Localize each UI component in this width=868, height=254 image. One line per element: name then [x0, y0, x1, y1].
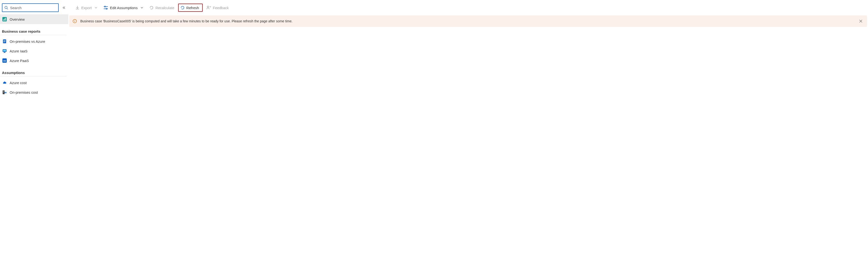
sidebar-item-azure-paas[interactable]: DB Azure PaaS [0, 56, 68, 65]
svg-text:DB: DB [3, 60, 6, 62]
svg-point-28 [207, 6, 209, 7]
svg-point-27 [106, 8, 107, 9]
sidebar-item-label: Overview [10, 17, 25, 21]
recalculate-label: Recalculate [155, 6, 174, 10]
sidebar-item-label: Azure PaaS [10, 59, 29, 63]
download-icon [75, 6, 79, 10]
svg-rect-12 [4, 52, 5, 53]
sidebar-item-onprem-cost[interactable]: On-premises cost [0, 88, 68, 97]
svg-rect-9 [4, 42, 5, 42]
chevron-double-left-icon [62, 6, 66, 9]
svg-point-31 [74, 20, 75, 21]
search-input[interactable] [10, 5, 56, 10]
feedback-icon [207, 5, 211, 10]
cloud-icon [2, 81, 7, 85]
export-button[interactable]: Export [73, 4, 100, 12]
search-box[interactable] [2, 3, 59, 12]
reports-list: On-premises vs Azure Azure IaaS [0, 36, 68, 65]
svg-point-25 [104, 6, 106, 7]
svg-point-0 [5, 6, 7, 9]
app-root: Overview Business case reports On-premis… [0, 0, 868, 254]
sidebar-item-azure-cost[interactable]: Azure cost [0, 78, 68, 88]
sidebar-item-onprem-vs-azure[interactable]: On-premises vs Azure [0, 36, 68, 46]
export-label: Export [81, 6, 92, 10]
close-icon [859, 20, 863, 23]
chevron-down-icon [94, 6, 97, 9]
toolbar: Export Edit Assumptions [68, 2, 868, 13]
sidebar-item-label: On-premises cost [10, 90, 38, 94]
chevron-down-icon [141, 6, 143, 9]
sidebar: Overview Business case reports On-premis… [0, 0, 68, 254]
document-icon [2, 39, 7, 43]
sidebar-item-label: On-premises vs Azure [10, 39, 45, 43]
section-title-reports: Business case reports [0, 24, 66, 35]
database-icon: DB [2, 58, 7, 63]
overview-icon [2, 17, 7, 21]
feedback-label: Feedback [213, 6, 229, 10]
svg-rect-21 [5, 93, 6, 93]
sidebar-item-overview[interactable]: Overview [0, 14, 68, 24]
svg-rect-13 [4, 53, 5, 53]
info-message-bar: Business case 'BusinessCase005' is being… [69, 15, 867, 27]
svg-rect-4 [4, 19, 5, 21]
svg-rect-7 [4, 40, 5, 41]
svg-rect-8 [4, 41, 5, 41]
svg-rect-5 [5, 18, 6, 21]
server-cost-icon [2, 90, 7, 94]
svg-rect-3 [3, 20, 4, 21]
sliders-icon [104, 5, 108, 10]
edit-assumptions-label: Edit Assumptions [110, 6, 137, 10]
monitor-icon [2, 49, 7, 53]
search-icon [4, 6, 8, 10]
recalculate-button[interactable]: Recalculate [147, 4, 177, 12]
assumptions-list: Azure cost On-premises cost [0, 78, 68, 97]
sidebar-item-azure-iaas[interactable]: Azure IaaS [0, 46, 68, 56]
sidebar-item-label: Azure IaaS [10, 49, 27, 53]
section-title-assumptions: Assumptions [0, 65, 66, 76]
collapse-sidebar-button[interactable] [61, 4, 67, 11]
svg-rect-19 [3, 92, 4, 93]
search-row [0, 3, 68, 12]
message-text: Business case 'BusinessCase005' is being… [80, 19, 855, 23]
main-pane: Export Edit Assumptions [68, 0, 868, 254]
edit-assumptions-button[interactable]: Edit Assumptions [101, 4, 146, 12]
refresh-label: Refresh [186, 6, 199, 10]
sidebar-item-label: Azure cost [10, 81, 27, 85]
feedback-button[interactable]: Feedback [204, 4, 231, 12]
svg-rect-11 [3, 50, 6, 52]
recalculate-icon [150, 6, 153, 10]
svg-line-1 [7, 8, 8, 9]
refresh-icon [181, 6, 184, 10]
refresh-button[interactable]: Refresh [178, 4, 203, 12]
info-icon [72, 19, 77, 23]
dismiss-message-button[interactable] [858, 18, 864, 24]
